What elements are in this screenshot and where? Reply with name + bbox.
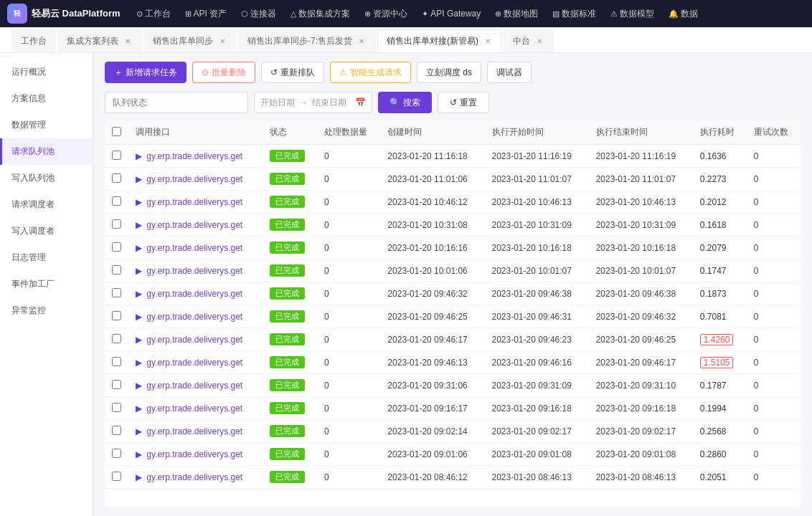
row-checkbox-cell[interactable] — [105, 328, 128, 351]
tab-sales-delivery-sync[interactable]: 销售出库单同步 ✕ — [143, 29, 237, 52]
add-request-task-button[interactable]: ＋ 新增请求任务 — [105, 62, 187, 83]
nav-workbench[interactable]: ⊙ 工作台 — [131, 0, 176, 27]
row-checkbox-9[interactable] — [112, 357, 121, 366]
api-link-2[interactable]: gy.erp.trade.deliverys.get — [146, 197, 242, 207]
api-link-0[interactable]: gy.erp.trade.deliverys.get — [146, 151, 242, 161]
row-checkbox-cell[interactable] — [105, 466, 128, 489]
sidebar-item-exception-monitor[interactable]: 异常监控 — [0, 297, 93, 324]
requeue-button[interactable]: ↺ 重新排队 — [261, 62, 324, 83]
row-checkbox-cell[interactable] — [105, 374, 128, 397]
api-link-11[interactable]: gy.erp.trade.deliverys.get — [146, 403, 242, 414]
search-button[interactable]: 🔍 搜索 — [378, 92, 432, 113]
nav-bell[interactable]: 🔔 数据 — [663, 0, 704, 27]
row-checkbox-12[interactable] — [112, 426, 121, 435]
close-tab-sales-single-match[interactable]: ✕ — [483, 37, 493, 46]
row-status: 已完成 — [263, 145, 317, 168]
api-link-9[interactable]: gy.erp.trade.deliverys.get — [146, 358, 242, 368]
row-checkbox-0[interactable] — [112, 150, 121, 160]
row-checkbox-3[interactable] — [112, 219, 121, 229]
row-checkbox-cell[interactable] — [105, 168, 128, 191]
row-checkbox-5[interactable] — [112, 265, 121, 274]
sidebar-item-overview[interactable]: 运行概况 — [0, 59, 93, 85]
row-api: ▶ gy.erp.trade.deliverys.get — [128, 305, 263, 328]
row-checkbox-cell[interactable] — [105, 236, 128, 259]
reset-button[interactable]: ↺ 重置 — [438, 92, 489, 113]
row-checkbox-1[interactable] — [112, 173, 121, 183]
api-link-4[interactable]: gy.erp.trade.deliverys.get — [146, 243, 242, 253]
tab-middle[interactable]: 中台 ✕ — [504, 29, 554, 52]
nav-api-assets[interactable]: ⊞ API 资产 — [179, 0, 233, 27]
api-link-8[interactable]: gy.erp.trade.deliverys.get — [146, 335, 242, 345]
header-checkbox[interactable] — [105, 120, 128, 145]
api-link-5[interactable]: gy.erp.trade.deliverys.get — [146, 266, 242, 276]
api-link-3[interactable]: gy.erp.trade.deliverys.get — [146, 220, 242, 230]
status-badge-0: 已完成 — [270, 150, 305, 162]
sidebar-item-log[interactable]: 日志管理 — [0, 244, 93, 271]
row-checkbox-13[interactable] — [112, 449, 121, 458]
row-api: ▶ gy.erp.trade.deliverys.get — [128, 466, 263, 489]
close-tab-sales-delivery-sync[interactable]: ✕ — [217, 37, 227, 46]
row-api: ▶ gy.erp.trade.deliverys.get — [128, 259, 263, 282]
select-all-checkbox[interactable] — [112, 127, 121, 136]
row-checkbox-8[interactable] — [112, 334, 121, 343]
auto-generate-button[interactable]: ⚠ 智能生成请求 — [330, 62, 411, 83]
nav-resource[interactable]: ⊕ 资源中心 — [359, 0, 413, 27]
row-exec-start: 2023-01-20 08:46:13 — [485, 466, 589, 489]
close-tab-integration-list[interactable]: ✕ — [123, 37, 133, 46]
close-tab-sales-delivery-sync-7[interactable]: ✕ — [357, 37, 367, 46]
sidebar-item-request-scheduler[interactable]: 请求调度者 — [0, 191, 93, 218]
api-link-10[interactable]: gy.erp.trade.deliverys.get — [146, 381, 242, 391]
row-exec-end: 2023-01-20 09:46:32 — [589, 305, 693, 328]
row-checkbox-cell[interactable] — [105, 351, 128, 374]
sidebar-item-write-scheduler[interactable]: 写入调度者 — [0, 218, 93, 244]
row-checkbox-11[interactable] — [112, 403, 121, 412]
sidebar-item-data-manage[interactable]: 数据管理 — [0, 112, 93, 138]
date-range-picker[interactable]: 开始日期 → 结束日期 📅 — [254, 92, 372, 113]
nav-connector[interactable]: ⬡ 连接器 — [235, 0, 282, 27]
toolbar: ＋ 新增请求任务 ⊙ 批量删除 ↺ 重新排队 ⚠ 智能生成请求 立刻调度 ds … — [105, 62, 801, 83]
row-created: 2023-01-20 09:46:25 — [380, 305, 484, 328]
row-checkbox-14[interactable] — [112, 472, 121, 481]
exec-time-7: 0.7081 — [700, 312, 727, 322]
batch-delete-button[interactable]: ⊙ 批量删除 — [192, 62, 255, 83]
close-tab-middle[interactable]: ✕ — [534, 37, 544, 46]
row-checkbox-cell[interactable] — [105, 305, 128, 328]
row-checkbox-cell[interactable] — [105, 214, 128, 236]
nav-data-map[interactable]: ⊕ 数据地图 — [489, 0, 544, 27]
row-checkbox-cell[interactable] — [105, 259, 128, 282]
sidebar-item-event-factory[interactable]: 事件加工厂 — [0, 271, 93, 297]
sidebar-item-write-queue[interactable]: 写入队列池 — [0, 165, 93, 191]
row-checkbox-cell[interactable] — [105, 443, 128, 466]
api-link-14[interactable]: gy.erp.trade.deliverys.get — [146, 472, 242, 482]
logo-text: 轻易云 DataPlatform — [32, 7, 121, 20]
nav-api-gateway[interactable]: ✦ API Gateway — [416, 0, 486, 27]
tab-sales-delivery-sync-7[interactable]: 销售出库单同步-7:售后发货 ✕ — [238, 29, 376, 52]
row-api: ▶ gy.erp.trade.deliverys.get — [128, 145, 263, 168]
nav-integration[interactable]: △ 数据集成方案 — [285, 0, 356, 27]
row-checkbox-cell[interactable] — [105, 397, 128, 420]
api-link-7[interactable]: gy.erp.trade.deliverys.get — [146, 312, 242, 322]
nav-data-model[interactable]: ⚠ 数据模型 — [605, 0, 660, 27]
debugger-button[interactable]: 调试器 — [487, 62, 532, 83]
schedule-now-button[interactable]: 立刻调度 ds — [417, 62, 481, 83]
api-link-6[interactable]: gy.erp.trade.deliverys.get — [146, 289, 242, 299]
sidebar-item-request-queue[interactable]: 请求队列池 — [0, 138, 93, 165]
api-link-13[interactable]: gy.erp.trade.deliverys.get — [146, 449, 242, 459]
nav-data-standard[interactable]: ▤ 数据标准 — [547, 0, 602, 27]
row-checkbox-cell[interactable] — [105, 145, 128, 168]
row-checkbox-cell[interactable] — [105, 420, 128, 443]
api-link-12[interactable]: gy.erp.trade.deliverys.get — [146, 426, 242, 436]
row-checkbox-7[interactable] — [112, 311, 121, 320]
sidebar-item-plan-info[interactable]: 方案信息 — [0, 85, 93, 112]
tab-sales-single-match[interactable]: 销售出库单对接(新管易) ✕ — [377, 29, 502, 52]
row-checkbox-10[interactable] — [112, 380, 121, 389]
api-link-1[interactable]: gy.erp.trade.deliverys.get — [146, 174, 242, 184]
row-checkbox-cell[interactable] — [105, 282, 128, 305]
row-checkbox-cell[interactable] — [105, 191, 128, 214]
row-checkbox-4[interactable] — [112, 242, 121, 252]
row-checkbox-6[interactable] — [112, 288, 121, 297]
queue-status-input[interactable] — [105, 92, 248, 113]
tab-integration-list[interactable]: 集成方案列表 ✕ — [57, 29, 142, 52]
row-checkbox-2[interactable] — [112, 196, 121, 206]
tab-workbench[interactable]: 工作台 — [11, 29, 56, 52]
